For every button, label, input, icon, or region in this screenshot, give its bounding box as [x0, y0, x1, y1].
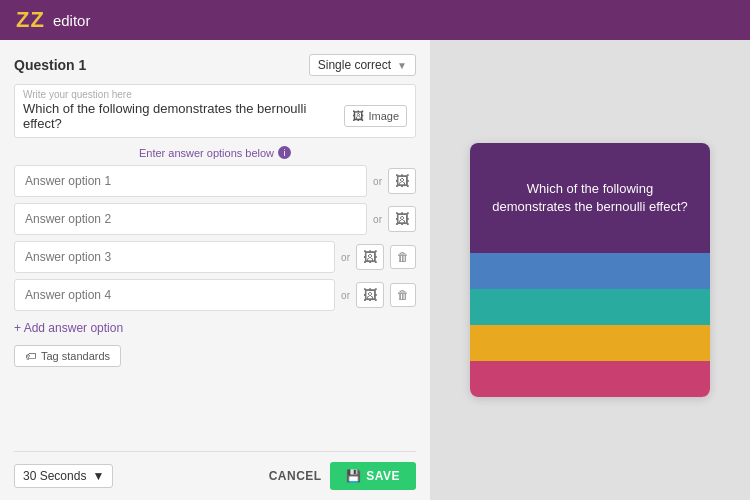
question-text-row: Which of the following demonstrates the …: [23, 101, 407, 131]
preview-option-2: [470, 289, 710, 325]
tag-standards-label: Tag standards: [41, 350, 110, 362]
image-button-label: Image: [368, 110, 399, 122]
timer-dropdown[interactable]: 30 Seconds ▼: [14, 464, 113, 488]
chevron-down-icon: ▼: [397, 60, 407, 71]
answer-option-3-delete-btn[interactable]: 🗑: [390, 245, 416, 269]
answer-option-row: or 🖼 🗑: [14, 241, 416, 273]
preview-option-1: [470, 253, 710, 289]
editor-panel: Question 1 Single correct ▼ Write your q…: [0, 40, 430, 500]
app-logo: ZZ: [16, 7, 45, 33]
preview-option-3: [470, 325, 710, 361]
answer-options-list: or 🖼 or 🖼 or 🖼 🗑 or 🖼 🗑: [14, 165, 416, 311]
question-type-dropdown[interactable]: Single correct ▼: [309, 54, 416, 76]
preview-question-text: Which of the following demonstrates the …: [486, 180, 694, 216]
app-header: ZZ editor: [0, 0, 750, 40]
save-icon: 💾: [346, 469, 362, 483]
preview-card: Which of the following demonstrates the …: [470, 143, 710, 397]
or-label-1: or: [373, 176, 382, 187]
preview-option-4: [470, 361, 710, 397]
footer-actions: CANCEL 💾 SAVE: [269, 462, 416, 490]
question-text[interactable]: Which of the following demonstrates the …: [23, 101, 344, 131]
answer-option-3-input[interactable]: [14, 241, 335, 273]
panel-footer: 30 Seconds ▼ CANCEL 💾 SAVE: [14, 451, 416, 490]
preview-question-area: Which of the following demonstrates the …: [470, 143, 710, 253]
preview-options: [470, 253, 710, 397]
answer-option-1-image-btn[interactable]: 🖼: [388, 168, 416, 194]
answer-option-2-input[interactable]: [14, 203, 367, 235]
save-button[interactable]: 💾 SAVE: [330, 462, 416, 490]
app-title: editor: [53, 12, 91, 29]
main-layout: Question 1 Single correct ▼ Write your q…: [0, 40, 750, 500]
answer-option-row: or 🖼 🗑: [14, 279, 416, 311]
or-label-2: or: [373, 214, 382, 225]
image-button[interactable]: 🖼 Image: [344, 105, 407, 127]
answer-option-1-input[interactable]: [14, 165, 367, 197]
question-placeholder: Write your question here: [23, 89, 132, 100]
enter-options-label: Enter answer options below i: [14, 146, 416, 159]
timer-value: 30 Seconds: [23, 469, 86, 483]
question-type-value: Single correct: [318, 58, 391, 72]
info-icon: i: [278, 146, 291, 159]
question-input-area: Write your question here Which of the fo…: [14, 84, 416, 138]
question-header: Question 1 Single correct ▼: [14, 54, 416, 76]
answer-option-row: or 🖼: [14, 165, 416, 197]
answer-option-2-image-btn[interactable]: 🖼: [388, 206, 416, 232]
answer-option-4-image-btn[interactable]: 🖼: [356, 282, 384, 308]
answer-option-4-delete-btn[interactable]: 🗑: [390, 283, 416, 307]
answer-option-3-image-btn[interactable]: 🖼: [356, 244, 384, 270]
add-option-button[interactable]: + Add answer option: [14, 319, 416, 337]
save-label: SAVE: [366, 469, 400, 483]
logo-highlight: ZZ: [16, 7, 45, 32]
or-label-4: or: [341, 290, 350, 301]
or-label-3: or: [341, 252, 350, 263]
tag-standards-button[interactable]: 🏷 Tag standards: [14, 345, 121, 367]
tag-icon: 🏷: [25, 350, 36, 362]
answer-option-row: or 🖼: [14, 203, 416, 235]
question-label: Question 1: [14, 57, 86, 73]
timer-chevron-icon: ▼: [92, 469, 104, 483]
answer-option-4-input[interactable]: [14, 279, 335, 311]
preview-panel: Which of the following demonstrates the …: [430, 40, 750, 500]
cancel-button[interactable]: CANCEL: [269, 469, 322, 483]
image-icon: 🖼: [352, 109, 364, 123]
